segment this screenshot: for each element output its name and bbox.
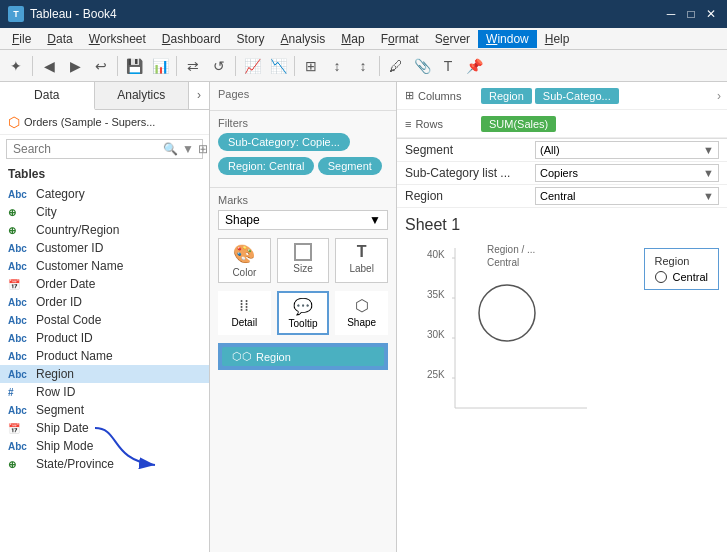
row-pill-sales[interactable]: SUM(Sales) [481,116,556,132]
filter-region[interactable]: Region: Central [218,157,314,175]
shape-label: Shape [347,317,376,328]
close-button[interactable]: ✕ [703,6,719,22]
list-item[interactable]: # Row ID [0,383,209,401]
list-item[interactable]: Abc Category [0,185,209,203]
list-item[interactable]: Abc Customer Name [0,257,209,275]
toolbar-fit[interactable]: ⊞ [299,54,323,78]
type-badge: Abc [8,351,32,362]
columns-pills: Region Sub-Catego... [477,85,711,107]
filter-subcategory[interactable]: Sub-Category: Copie... [218,133,350,151]
toolbar-pin[interactable]: 📌 [462,54,486,78]
toolbar-save[interactable]: 💾 [122,54,146,78]
type-badge: Abc [8,189,32,200]
menu-format[interactable]: Format [373,30,427,48]
svg-text:Central: Central [487,257,519,268]
filter-region-value[interactable]: Central ▼ [535,187,719,205]
toolbar-chart2[interactable]: 📉 [266,54,290,78]
mark-color-btn[interactable]: 🎨 Color [218,238,271,283]
list-item[interactable]: Abc Postal Code [0,311,209,329]
list-item[interactable]: Abc Ship Mode [0,437,209,455]
menu-worksheet[interactable]: Worksheet [81,30,154,48]
minimize-button[interactable]: ─ [663,6,679,22]
menu-help[interactable]: Help [537,30,578,48]
list-item[interactable]: ⊕ Country/Region [0,221,209,239]
search-icon: 🔍 [163,142,178,156]
search-input[interactable] [13,142,163,156]
region-pill[interactable]: ⬡⬡ Region [222,347,384,366]
rows-icon: ≡ [405,118,411,130]
size-icon [294,243,312,261]
columns-shelf: ⊞ Columns Region Sub-Catego... › [397,82,727,110]
menu-server[interactable]: Server [427,30,478,48]
tab-analytics[interactable]: Analytics [95,82,190,109]
list-item[interactable]: Abc Product Name [0,347,209,365]
toolbar-forward[interactable]: ▶ [63,54,87,78]
type-badge: Abc [8,315,32,326]
mark-detail-btn[interactable]: ⁞⁞ Detail [218,291,271,335]
tab-data[interactable]: Data [0,82,95,110]
menu-story[interactable]: Story [229,30,273,48]
filter-icon[interactable]: ▼ [182,142,194,156]
menu-window[interactable]: Window [478,30,537,48]
field-name: Region [36,367,74,381]
list-item[interactable]: 📅 Order Date [0,275,209,293]
list-item[interactable]: Abc Order ID [0,293,209,311]
data-source[interactable]: ⬡ Orders (Sample - Supers... [0,110,209,135]
filter-segment-row: Segment (All) ▼ [397,139,727,162]
filter-segment-text: (All) [540,144,560,156]
menu-file[interactable]: File [4,30,39,48]
list-item[interactable]: Abc Segment [0,401,209,419]
panel-close[interactable]: › [189,82,209,109]
toolbar-sort[interactable]: ↕ [325,54,349,78]
marks-type-dropdown[interactable]: Shape ▼ [218,210,388,230]
toolbar-back[interactable]: ◀ [37,54,61,78]
mark-shape-btn[interactable]: ⬡ Shape [335,291,388,335]
list-item[interactable]: ⊕ State/Province [0,455,209,473]
toolbar-refresh[interactable]: ↺ [207,54,231,78]
menu-map[interactable]: Map [333,30,372,48]
menu-analysis[interactable]: Analysis [273,30,334,48]
toolbar-highlight[interactable]: 🖊 [384,54,408,78]
type-badge: 📅 [8,423,32,434]
chart-svg: 40K 35K 30K 25K Region / ... Central [427,238,627,428]
mark-tooltip-btn[interactable]: 💬 Tooltip [277,291,330,335]
filter-segment[interactable]: Segment [318,157,382,175]
grid-icon[interactable]: ⊞ [198,142,208,156]
pages-label: Pages [218,88,388,100]
list-item[interactable]: ⊕ City [0,203,209,221]
maximize-button[interactable]: □ [683,6,699,22]
marks-section: Marks Shape ▼ 🎨 Color Size T Label [210,188,396,552]
list-item-region[interactable]: Abc Region [0,365,209,383]
menu-data[interactable]: Data [39,30,80,48]
column-pill-region[interactable]: Region [481,88,532,104]
title-bar: T Tableau - Book4 ─ □ ✕ [0,0,727,28]
datasource-icon: ⬡ [8,114,20,130]
toolbar-text[interactable]: T [436,54,460,78]
toolbar-swap[interactable]: ⇄ [181,54,205,78]
mark-label-btn[interactable]: T Label [335,238,388,283]
mark-size-btn[interactable]: Size [277,238,330,283]
list-item[interactable]: 📅 Ship Date [0,419,209,437]
columns-scroll[interactable]: › [711,89,727,103]
field-name: Product ID [36,331,93,345]
window-controls[interactable]: ─ □ ✕ [663,6,719,22]
chart-legend: Region Central [644,248,719,290]
region-pill-label: Region [256,351,291,363]
list-item[interactable]: Abc Product ID [0,329,209,347]
filter-subcategory-value[interactable]: Copiers ▼ [535,164,719,182]
menu-dashboard[interactable]: Dashboard [154,30,229,48]
toolbar-home[interactable]: ✦ [4,54,28,78]
column-pill-subcategory[interactable]: Sub-Catego... [535,88,619,104]
toolbar-undo[interactable]: ↩ [89,54,113,78]
toolbar-sort2[interactable]: ↕ [351,54,375,78]
toolbar-annotate[interactable]: 📎 [410,54,434,78]
filter-segment-value[interactable]: (All) ▼ [535,141,719,159]
field-name: Ship Mode [36,439,93,453]
toolbar-show-me[interactable]: 📈 [240,54,264,78]
toolbar-new-datasource[interactable]: 📊 [148,54,172,78]
datasource-name: Orders (Sample - Supers... [24,116,155,128]
tooltip-icon: 💬 [293,297,313,316]
field-name: City [36,205,57,219]
list-item[interactable]: Abc Customer ID [0,239,209,257]
rows-shelf: ≡ Rows SUM(Sales) [397,110,727,138]
